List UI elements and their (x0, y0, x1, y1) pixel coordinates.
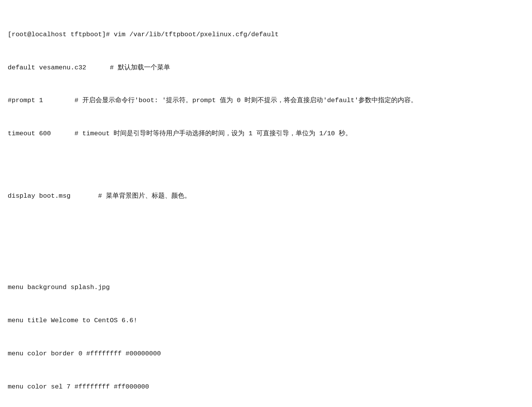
line-6: menu background splash.jpg (8, 282, 524, 293)
spacer-1 (8, 161, 524, 168)
line-8: menu color border 0 #ffffffff #00000000 (8, 348, 524, 359)
line-4: timeout 600 # timeout 时间是引导时等待用户手动选择的时间，… (8, 128, 524, 139)
line-3: #prompt 1 # 开启会显示命令行'boot: '提示符。prompt 值… (8, 95, 524, 106)
line-7: menu title Welcome to CentOS 6.6! (8, 315, 524, 326)
line-2: default vesamenu.c32 # 默认加载一个菜单 (8, 62, 524, 73)
spacer-2 (8, 224, 524, 231)
line-9: menu color sel 7 #ffffffff #ff000000 (8, 382, 524, 392)
line-5: display boot.msg # 菜单背景图片、标题、颜色。 (8, 191, 524, 202)
spacer-3 (8, 253, 524, 260)
content-area: [root@localhost tftpboot]# vim /var/lib/… (8, 7, 524, 407)
line-1: [root@localhost tftpboot]# vim /var/lib/… (8, 29, 524, 40)
